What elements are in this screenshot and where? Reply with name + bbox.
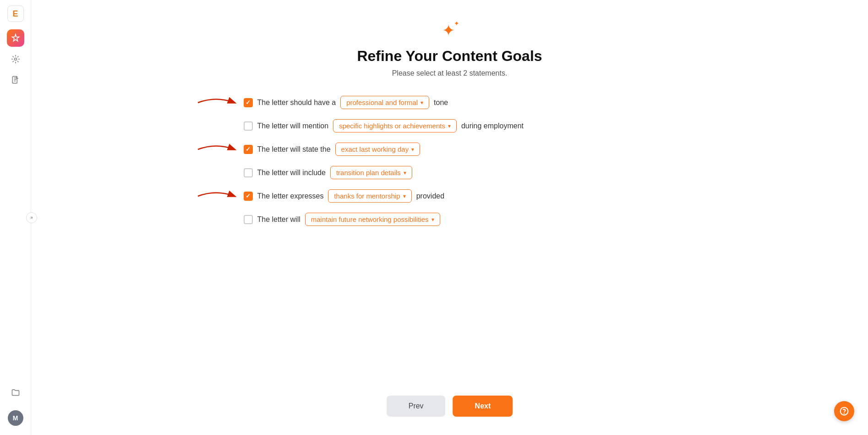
statement-row-transition: The letter will include transition plan … — [244, 166, 656, 179]
bottom-bar: Prev Next — [387, 396, 513, 417]
page-subtitle: Please select at least 2 statements. — [392, 69, 508, 77]
statement-prefix-lastday: The letter will state the — [257, 145, 331, 154]
user-avatar[interactable]: M — [8, 410, 23, 426]
main-content: ✦ ✦ Refine Your Content Goals Please sel… — [31, 0, 868, 435]
dropdown-mentorship[interactable]: thanks for mentorship ▾ — [328, 189, 411, 203]
checkbox-lastday[interactable] — [244, 145, 253, 154]
chevron-down-icon: ▾ — [404, 170, 406, 176]
chevron-down-icon: ▾ — [448, 123, 451, 129]
prev-button[interactable]: Prev — [387, 396, 446, 417]
dropdown-highlights[interactable]: specific highlights or achievements ▾ — [333, 119, 457, 132]
statement-row-networking: The letter will maintain future networki… — [244, 213, 656, 226]
star-decoration: ✦ ✦ — [438, 18, 461, 43]
sidebar-item-document[interactable] — [7, 72, 24, 89]
statement-row-tone: The letter should have a professional an… — [244, 96, 656, 109]
folder-icon — [11, 388, 20, 397]
statement-prefix-tone: The letter should have a — [257, 99, 336, 107]
sidebar-collapse-button[interactable]: » — [26, 212, 37, 223]
next-button[interactable]: Next — [453, 396, 513, 417]
dropdown-tone[interactable]: professional and formal ▾ — [340, 96, 429, 109]
dropdown-networking[interactable]: maintain future networking possibilities… — [305, 213, 440, 226]
audio-icon — [11, 55, 20, 64]
support-icon — [840, 407, 849, 416]
checkbox-networking[interactable] — [244, 215, 253, 224]
sidebar-item-audio[interactable] — [7, 50, 24, 68]
arrow-tone — [193, 94, 239, 112]
svg-text:✦: ✦ — [442, 22, 455, 39]
svg-text:✦: ✦ — [454, 20, 459, 27]
statement-suffix-mentorship: provided — [416, 192, 444, 200]
page-title: Refine Your Content Goals — [357, 48, 542, 65]
app-logo[interactable]: E — [7, 6, 24, 22]
dropdown-transition[interactable]: transition plan details ▾ — [330, 166, 412, 179]
arrow-mentorship — [193, 187, 239, 205]
statement-row-mentorship: The letter expresses thanks for mentorsh… — [244, 189, 656, 203]
support-button[interactable] — [834, 401, 854, 421]
chevron-down-icon: ▾ — [411, 146, 414, 153]
document-icon — [11, 76, 20, 85]
chevron-down-icon: ▾ — [403, 193, 406, 199]
sidebar: E M » — [0, 0, 31, 435]
chevron-down-icon: ▾ — [431, 216, 434, 223]
chevron-down-icon: ▾ — [420, 99, 423, 106]
statement-suffix-highlights: during employment — [461, 122, 524, 130]
sparkle-icon: ✦ ✦ — [438, 18, 461, 41]
statement-suffix-tone: tone — [434, 99, 448, 107]
sidebar-item-ai[interactable] — [7, 29, 24, 47]
statements-list: The letter should have a professional an… — [244, 96, 656, 226]
statement-row-highlights: The letter will mention specific highlig… — [244, 119, 656, 132]
ai-icon — [11, 33, 20, 43]
statement-row-lastday: The letter will state the exact last wor… — [244, 143, 656, 156]
dropdown-lastday[interactable]: exact last working day ▾ — [335, 143, 420, 156]
checkbox-transition[interactable] — [244, 168, 253, 177]
checkbox-tone[interactable] — [244, 98, 253, 107]
statement-prefix-highlights: The letter will mention — [257, 122, 329, 130]
svg-point-8 — [844, 413, 845, 413]
svg-point-0 — [14, 58, 16, 61]
statement-prefix-networking: The letter will — [257, 215, 300, 224]
checkbox-highlights[interactable] — [244, 121, 253, 131]
arrow-lastday — [193, 140, 239, 159]
checkbox-mentorship[interactable] — [244, 192, 253, 201]
statement-prefix-transition: The letter will include — [257, 169, 326, 177]
statement-prefix-mentorship: The letter expresses — [257, 192, 324, 200]
sidebar-item-folder[interactable] — [7, 384, 24, 401]
